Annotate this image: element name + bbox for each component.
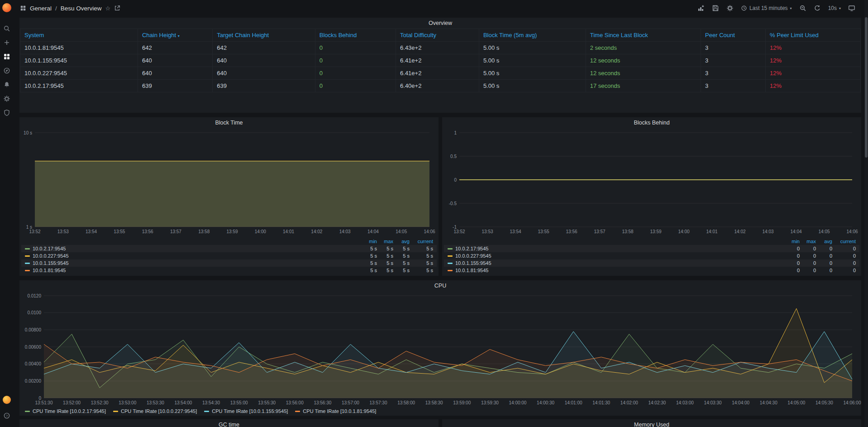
server-admin-icon[interactable] [0, 106, 14, 120]
panel-title[interactable]: Overview [19, 18, 861, 29]
svg-text:13:59:00: 13:59:00 [453, 400, 471, 405]
table-header-cell[interactable]: Block Time (5m avg) [479, 29, 586, 42]
table-cell: 3 [701, 42, 766, 54]
share-icon[interactable] [114, 5, 120, 11]
dashboards-icon[interactable] [0, 49, 14, 63]
legend-stat-header[interactable]: current [832, 239, 856, 244]
panel-title[interactable]: Blocks Behind [442, 117, 861, 128]
svg-text:13:59: 13:59 [650, 229, 661, 234]
legend-stat-header[interactable]: max [800, 239, 816, 244]
time-picker[interactable]: Last 15 minutes ▾ [738, 3, 795, 13]
scrollbar-thumb[interactable] [865, 17, 868, 158]
legend-stat-header[interactable]: min [783, 239, 800, 244]
explore-icon[interactable] [0, 63, 14, 77]
table-header-cell[interactable]: Blocks Behind [315, 29, 396, 42]
table-header-cell[interactable]: Target Chain Height [213, 29, 315, 42]
legend-stat-header[interactable]: max [377, 239, 393, 244]
search-icon[interactable] [0, 21, 14, 35]
legend-value: 0 [783, 246, 800, 251]
table-cell: 6.43e+2 [396, 42, 479, 54]
svg-text:14:04: 14:04 [790, 229, 801, 234]
grafana-logo-icon[interactable] [2, 3, 11, 12]
star-icon[interactable]: ☆ [105, 5, 111, 12]
legend-item[interactable]: CPU Time IRate [10.0.1.81:9545] [295, 408, 376, 414]
breadcrumb-folder[interactable]: General [30, 5, 52, 12]
svg-text:0: 0 [454, 178, 457, 182]
svg-text:14:03: 14:03 [339, 229, 351, 234]
help-icon[interactable]: ? [0, 408, 14, 422]
legend-value: 5 s [377, 253, 393, 259]
svg-text:13:56:30: 13:56:30 [314, 400, 331, 405]
table-header-cell[interactable]: % Peer Limit Used [766, 29, 861, 42]
block-time-chart[interactable]: 10 s1 s13:5213:5313:5413:5513:5613:5713:… [21, 129, 437, 235]
panel-title[interactable]: GC time [19, 419, 439, 427]
panel-title[interactable]: Block Time [19, 117, 439, 128]
table-header-cell[interactable]: Chain Height ▾ [138, 29, 213, 42]
svg-text:14:02: 14:02 [734, 229, 745, 234]
add-panel-icon[interactable] [695, 3, 707, 14]
table-cell: 3 [701, 80, 766, 92]
table-header-cell[interactable]: Time Since Last Block [586, 29, 701, 42]
refresh-interval-picker[interactable]: 10s ▾ [825, 3, 844, 13]
cpu-chart[interactable]: 0.01200.01000.008000.006000.004000.00200… [21, 292, 859, 406]
legend-row[interactable]: 10.0.1.81:95450000 [444, 267, 859, 274]
clock-icon [741, 5, 747, 11]
panel-title[interactable]: Memory Used [442, 419, 861, 427]
caret-down-icon: ▾ [839, 6, 841, 10]
save-icon[interactable] [709, 3, 722, 14]
alerting-icon[interactable] [0, 77, 14, 91]
grafana-dashboard: ? General / Besu Overview ☆ [0, 0, 868, 427]
table-cell: 5.00 s [479, 80, 586, 92]
blocks-behind-legend: minmaxavgcurrent10.0.2.17:9545000010.0.0… [444, 238, 859, 274]
table-header-cell[interactable]: System [20, 29, 138, 42]
legend-row[interactable]: 10.0.2.17:95455 s5 s5 s5 s [21, 245, 437, 252]
series-color-icon [113, 411, 118, 412]
zoom-out-icon[interactable] [796, 3, 809, 14]
svg-text:0.0100: 0.0100 [27, 310, 41, 315]
legend-item[interactable]: CPU Time IRate [10.0.1.155:9545] [204, 408, 288, 414]
svg-text:14:05: 14:05 [396, 229, 407, 234]
legend-row[interactable]: 10.0.1.155:95455 s5 s5 s5 s [21, 259, 437, 267]
svg-text:13:53:00: 13:53:00 [119, 400, 136, 405]
table-cell: 5.00 s [479, 42, 586, 54]
legend-stat-header[interactable]: min [361, 239, 377, 244]
legend-row[interactable]: 10.0.1.81:95455 s5 s5 s5 s [21, 267, 437, 274]
svg-text:0.0120: 0.0120 [27, 293, 41, 298]
svg-text:13:54: 13:54 [86, 229, 97, 234]
table-header-cell[interactable]: Peer Count [701, 29, 766, 42]
series-color-icon [295, 411, 300, 412]
refresh-icon[interactable] [811, 3, 824, 14]
svg-text:14:01: 14:01 [283, 229, 294, 234]
cycle-view-icon[interactable] [845, 3, 858, 14]
legend-stat-header[interactable]: current [410, 239, 433, 244]
table-cell: 17 seconds [586, 80, 701, 92]
create-icon[interactable] [0, 35, 14, 49]
legend-value: 0 [800, 268, 816, 273]
legend-item[interactable]: CPU Time IRate [10.0.2.17:9545] [25, 408, 106, 414]
table-cell: 642 [138, 42, 213, 54]
panel-title[interactable]: CPU [19, 280, 861, 291]
table-cell: 5.00 s [479, 54, 586, 67]
configuration-icon[interactable] [0, 91, 14, 106]
svg-text:-1: -1 [453, 225, 457, 230]
breadcrumb-title[interactable]: Besu Overview [61, 5, 102, 12]
svg-text:0.00600: 0.00600 [25, 345, 42, 350]
legend-row[interactable]: 10.0.0.227:95455 s5 s5 s5 s [21, 252, 437, 259]
svg-text:13:51:30: 13:51:30 [35, 400, 53, 405]
user-avatar[interactable] [3, 396, 11, 404]
legend-row[interactable]: 10.0.0.227:95450000 [444, 252, 859, 259]
blocks-behind-chart[interactable]: 10.50-0.5-113:5213:5313:5413:5513:5613:5… [444, 129, 859, 235]
svg-text:13:58: 13:58 [198, 229, 210, 234]
legend-stat-header[interactable]: avg [816, 239, 832, 244]
table-header-cell[interactable]: Total Difficulty [396, 29, 479, 42]
table-cell: 12 seconds [586, 54, 701, 67]
legend-stat-header[interactable]: avg [393, 239, 410, 244]
table-cell: 6.41e+2 [396, 54, 479, 67]
table-cell: 12% [766, 80, 861, 92]
legend-row[interactable]: 10.0.2.17:95450000 [444, 245, 859, 252]
legend-value: 0 [800, 246, 816, 251]
legend-row[interactable]: 10.0.1.155:95450000 [444, 259, 859, 267]
settings-icon[interactable] [724, 3, 736, 14]
legend-item[interactable]: CPU Time IRate [10.0.0.227:9545] [113, 408, 197, 414]
svg-text:14:04:30: 14:04:30 [760, 400, 777, 405]
